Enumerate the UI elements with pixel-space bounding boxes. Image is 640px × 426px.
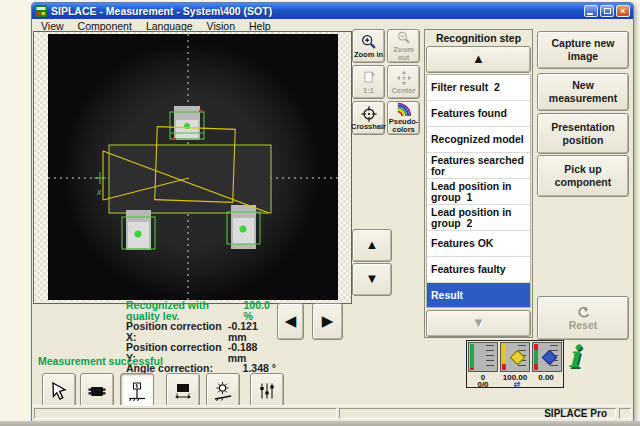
previous-result-button[interactable]: ◀ xyxy=(277,303,304,340)
down-triangle-icon: ▼ xyxy=(472,316,485,330)
transfer-arrows-icon: ⇄ xyxy=(511,381,523,389)
quality-value: 100.0 % xyxy=(243,300,276,321)
recognition-step-item[interactable]: Lead position in group 2 xyxy=(427,205,530,231)
axis-label: x xyxy=(96,187,102,197)
camera-image[interactable]: x xyxy=(48,34,338,300)
page-icon xyxy=(360,69,378,87)
menu-item-language[interactable]: Language xyxy=(139,20,200,32)
indicator-angle xyxy=(532,342,562,372)
window-title: SIPLACE - Measurement - System\400 (SOT) xyxy=(51,5,584,17)
count-scale-bar xyxy=(470,344,474,370)
recognition-step-header: Recognition step xyxy=(425,30,532,46)
pos-x-value: -0.121 mm xyxy=(228,321,276,342)
statusbar-panel-left xyxy=(34,408,337,419)
recognition-step-item[interactable]: Features faulty xyxy=(427,257,530,283)
menu-item-component[interactable]: Component xyxy=(71,20,139,32)
pointer-tool-button[interactable] xyxy=(42,373,76,409)
quality-label: Recognized with quality lev. xyxy=(126,300,243,321)
menu-item-vision[interactable]: Vision xyxy=(200,20,242,32)
indicator-quality xyxy=(500,342,530,372)
reset-label: Reset xyxy=(569,319,598,332)
measurement-status-text: Measurement successful xyxy=(38,355,163,367)
presentation-position-button[interactable]: Presentation position xyxy=(537,113,629,154)
component-body-outline xyxy=(109,145,271,213)
adjustment-sliders-tool-button[interactable] xyxy=(250,373,284,409)
step-down-button[interactable]: ▼ xyxy=(352,263,392,296)
pick-up-component-button[interactable]: Pick up component xyxy=(537,155,629,197)
undo-icon xyxy=(574,305,592,319)
app-icon xyxy=(35,5,47,17)
recognition-step-panel: Recognition step ▲ Filter result 2 Featu… xyxy=(424,29,533,338)
menu-item-view[interactable]: View xyxy=(34,20,71,32)
angle-value: 0.00 xyxy=(530,374,562,382)
indicator-count xyxy=(468,342,498,372)
capture-new-image-button[interactable]: Capture new image xyxy=(537,31,629,69)
lead-dimension-tool-button[interactable] xyxy=(166,373,200,409)
recognition-step-item[interactable]: Filter result 2 xyxy=(427,75,530,101)
right-triangle-icon: ▶ xyxy=(322,313,334,330)
minimize-button[interactable] xyxy=(584,5,598,17)
statusbar-panel-right xyxy=(619,408,631,419)
zoom-out-label: Zoom out xyxy=(388,46,419,63)
crosshair-label: Crosshair xyxy=(351,123,386,131)
count-scale-ticks xyxy=(486,345,494,369)
pseudo-colors-button[interactable]: Pseudo-colors xyxy=(387,101,420,135)
crosshair-icon xyxy=(360,105,378,123)
chip-dimension-icon xyxy=(172,380,194,402)
measure-tool-button[interactable] xyxy=(120,373,154,409)
recognition-step-item[interactable]: Features OK xyxy=(427,231,530,257)
left-triangle-icon: ◀ xyxy=(285,313,297,330)
recognition-step-item[interactable]: Lead position in group 1 xyxy=(427,179,530,205)
list-scroll-up-button[interactable]: ▲ xyxy=(426,46,531,73)
pointer-cursor-icon xyxy=(48,380,70,402)
status-bar: SIPLACE Pro xyxy=(32,405,633,421)
quality-scale-bar xyxy=(502,344,506,370)
statusbar-panel-main: SIPLACE Pro xyxy=(339,408,616,419)
axis-marker xyxy=(94,172,106,184)
magnifier-minus-icon xyxy=(395,30,413,46)
component-chip-icon xyxy=(86,380,108,402)
up-triangle-icon: ▲ xyxy=(472,52,485,66)
component-tool-button[interactable] xyxy=(80,373,114,409)
recognition-step-list: Filter result 2 Features found Recognize… xyxy=(426,74,531,308)
new-measurement-button[interactable]: New measurement xyxy=(537,73,629,111)
recognition-step-item[interactable]: Features searched for xyxy=(427,153,530,179)
vision-overlay: x xyxy=(48,34,338,300)
next-result-button[interactable]: ▶ xyxy=(312,303,343,340)
quality-indicator-panel: 0 0/0 100.00 0.00 ⇄ xyxy=(466,340,564,388)
rainbow-icon xyxy=(395,102,413,118)
recognition-step-item[interactable]: Recognized model xyxy=(427,127,530,153)
lamp-icon xyxy=(212,380,234,402)
measure-gauge-icon xyxy=(126,380,148,402)
magnifier-plus-icon xyxy=(360,33,378,51)
app-window: SIPLACE - Measurement - System\400 (SOT)… xyxy=(31,2,634,422)
one-to-one-label: 1:1 xyxy=(363,87,374,95)
pos-x-label: Position correction X: xyxy=(126,321,228,342)
zoom-in-button[interactable]: Zoom in xyxy=(352,29,385,63)
crosshair-button[interactable]: Crosshair xyxy=(352,101,385,135)
info-icon[interactable]: i xyxy=(568,342,579,372)
angle-value: 1.348 ° xyxy=(243,363,276,374)
maximize-button[interactable] xyxy=(600,5,614,17)
recognition-step-item-selected[interactable]: Result xyxy=(427,283,530,308)
pos-y-value: -0.188 mm xyxy=(228,342,276,363)
one-to-one-button: 1:1 xyxy=(352,65,385,99)
statusbar-product-name: SIPLACE Pro xyxy=(544,408,607,419)
close-button[interactable]: × xyxy=(616,5,630,17)
recognition-step-item[interactable]: Features found xyxy=(427,101,530,127)
minimize-icon xyxy=(587,13,593,15)
zoom-out-button: Zoom out xyxy=(387,29,420,63)
zoom-in-label: Zoom in xyxy=(354,51,383,59)
list-scroll-down-button: ▼ xyxy=(426,310,531,337)
center-arrows-icon xyxy=(395,69,413,87)
maximize-icon xyxy=(604,8,611,14)
menu-item-help[interactable]: Help xyxy=(242,20,278,32)
up-triangle-icon: ▲ xyxy=(366,238,379,252)
count-ratio-value: 0/0 xyxy=(468,381,498,389)
illumination-tool-button[interactable] xyxy=(206,373,240,409)
title-bar[interactable]: SIPLACE - Measurement - System\400 (SOT)… xyxy=(32,3,633,19)
step-up-button[interactable]: ▲ xyxy=(352,229,392,262)
camera-viewport: x xyxy=(33,31,352,304)
page-margin xyxy=(0,421,640,426)
reset-button: Reset xyxy=(537,296,629,340)
